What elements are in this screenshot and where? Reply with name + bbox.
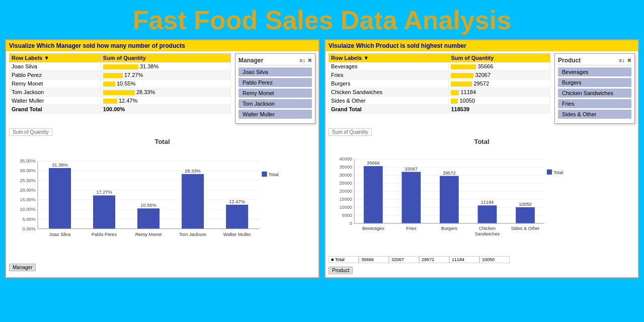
left-bar-chart: 35.00%30.00%25.00%20.00%15.00%10.00%5.00… (9, 147, 301, 258)
svg-text:11184: 11184 (481, 200, 494, 205)
svg-text:30000: 30000 (339, 173, 352, 178)
svg-text:35666: 35666 (367, 160, 380, 166)
right-row-label: Sides & Other (329, 97, 449, 105)
right-row-value: 29572 (449, 79, 550, 88)
left-col-header-labels: Row Labels ▼ (10, 54, 101, 62)
svg-text:25.00%: 25.00% (20, 178, 36, 183)
svg-text:15000: 15000 (339, 197, 352, 202)
right-filter-title: Product (558, 57, 581, 64)
left-panel-title: Visualize Which Manager sold how many nu… (6, 40, 318, 51)
right-chart-title: Total (329, 138, 635, 145)
svg-text:31.38%: 31.38% (52, 163, 68, 168)
filter-clear-icon[interactable]: ✕ (307, 57, 312, 64)
svg-text:0.00%: 0.00% (22, 226, 35, 231)
left-filter-items: Joao SilvaPablo PerezRemy MonetTom Jacks… (238, 67, 312, 119)
right-bottom-value: 29572 (419, 256, 449, 263)
svg-text:29572: 29572 (443, 171, 456, 176)
svg-text:25000: 25000 (339, 181, 352, 186)
left-filter-item[interactable]: Tom Jackson (238, 99, 312, 108)
right-row-label: Chicken Sandwiches (329, 88, 449, 97)
right-row-label: Beverages (329, 62, 449, 71)
svg-text:Burgers: Burgers (441, 226, 458, 231)
svg-text:Pablo Perez: Pablo Perez (92, 232, 117, 237)
right-product-filter-btn[interactable]: Product (329, 267, 353, 274)
left-filter-item[interactable]: Joao Silva (238, 67, 312, 76)
svg-text:Fries: Fries (406, 226, 417, 231)
right-bottom-value: 10050 (479, 256, 510, 263)
right-filter-clear-icon[interactable]: ✕ (627, 57, 631, 64)
svg-text:40000: 40000 (339, 156, 352, 162)
svg-rect-28 (262, 172, 267, 177)
right-filter-item[interactable]: Sides & Other (558, 110, 631, 119)
right-chart-area: Sum of Quantity Total 400003500030000250… (329, 127, 635, 274)
right-filter-item[interactable]: Beverages (558, 67, 631, 76)
right-row-value: 32067 (449, 71, 550, 79)
page-title: Fast Food Sales Data Analysis (0, 0, 644, 39)
right-bar-4 (516, 207, 535, 223)
right-bar-2 (440, 176, 459, 223)
right-row-label: Fries (329, 71, 449, 79)
left-bar-3 (182, 174, 204, 229)
svg-text:10000: 10000 (339, 205, 352, 210)
left-sum-label: Sum of Quantity (9, 128, 52, 136)
right-bottom-value: 32067 (389, 256, 419, 263)
left-chart-area: Sum of Quantity Total 35.00%30.00%25.00%… (9, 127, 315, 271)
left-filter-item[interactable]: Pablo Perez (238, 78, 312, 87)
svg-text:35.00%: 35.00% (20, 158, 36, 164)
left-bar-0 (49, 168, 71, 229)
svg-text:10.55%: 10.55% (140, 203, 156, 208)
right-col-header-labels: Row Labels ▼ (329, 54, 449, 62)
left-row-label: Tom Jackson (10, 88, 101, 97)
left-col-header-qty: Sum of Quantity (101, 54, 230, 62)
right-filter-item[interactable]: Burgers (558, 78, 631, 87)
svg-rect-61 (547, 170, 552, 175)
right-table: Row Labels ▼ Sum of Quantity Beverages 3… (329, 53, 550, 114)
left-filter-item[interactable]: Walter Muller (238, 110, 312, 119)
right-bar-3 (478, 205, 497, 223)
left-row-label: Remy Monet (10, 79, 101, 88)
right-bar-1 (401, 172, 421, 223)
right-filter-item[interactable]: Chicken Sandwiches (558, 89, 631, 98)
left-row-value: 28.33% (101, 88, 230, 97)
left-filter-item[interactable]: Remy Monet (238, 89, 312, 98)
left-bar-4 (226, 205, 248, 229)
left-row-value: 17.27% (101, 71, 230, 79)
right-filter-sort-icon[interactable]: ≡↕ (619, 57, 625, 64)
right-sum-label: Sum of Quantity (329, 128, 372, 136)
right-row-value: 11184 (449, 88, 550, 97)
svg-text:0: 0 (350, 221, 352, 226)
svg-text:20000: 20000 (339, 189, 352, 194)
svg-text:Walter Muller: Walter Muller (223, 232, 251, 237)
svg-text:5.00%: 5.00% (22, 217, 35, 222)
svg-text:Beverages: Beverages (362, 226, 384, 231)
right-filter-item[interactable]: Fries (558, 99, 631, 108)
left-row-value: 31.38% (101, 62, 230, 71)
left-filter-title: Manager (238, 57, 263, 64)
svg-text:Sides & Other: Sides & Other (511, 226, 539, 231)
svg-text:32067: 32067 (405, 167, 418, 172)
svg-text:Total: Total (553, 170, 563, 175)
right-col-header-qty: Sum of Quantity (449, 54, 550, 62)
svg-text:12.47%: 12.47% (229, 199, 245, 204)
left-row-value: 12.47% (101, 97, 230, 105)
svg-text:28.33%: 28.33% (185, 169, 201, 174)
right-panel-title: Visulaize Which Product is sold highest … (326, 40, 638, 51)
svg-text:20.00%: 20.00% (20, 188, 36, 193)
svg-text:15.00%: 15.00% (20, 197, 36, 202)
right-bar-chart: 4000035000300002500020000150001000050000… (329, 147, 575, 253)
right-panel: Visulaize Which Product is sold highest … (325, 39, 639, 278)
left-filter-panel: Manager ≡↕ ✕ Joao SilvaPablo PerezRemy M… (235, 53, 315, 124)
left-manager-filter-btn[interactable]: Manager (9, 264, 36, 271)
svg-text:10050: 10050 (519, 202, 532, 207)
svg-text:Joao Silva: Joao Silva (49, 232, 71, 237)
svg-text:17.27%: 17.27% (96, 190, 112, 195)
filter-sort-icon[interactable]: ≡↕ (299, 57, 305, 64)
left-chart-title: Total (9, 138, 315, 145)
right-legend-label: ■ Total (329, 256, 359, 263)
right-row-label: Burgers (329, 79, 449, 88)
svg-text:10.00%: 10.00% (20, 207, 36, 212)
right-filter-panel: Product ≡↕ ✕ BeveragesBurgersChicken San… (554, 53, 635, 124)
right-bottom-value: 11184 (449, 256, 479, 263)
left-row-value: 10.55% (101, 79, 230, 88)
left-row-label: Walter Muller (10, 97, 101, 105)
